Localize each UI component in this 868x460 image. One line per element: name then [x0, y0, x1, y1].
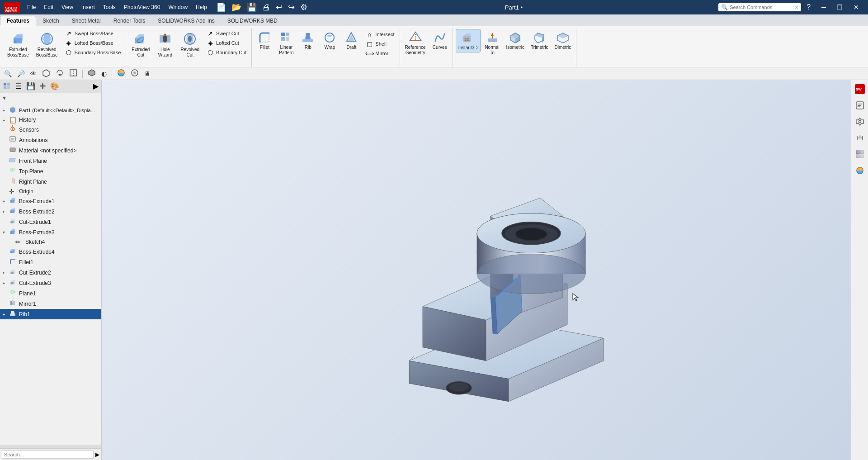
curves-button[interactable]: Curves [430, 29, 450, 52]
right-panel-property-btn[interactable] [853, 98, 867, 113]
right-panel-display-btn[interactable] [853, 147, 867, 161]
tree-item-mirror1[interactable]: Mirror1 [0, 299, 101, 309]
search-input[interactable] [730, 5, 793, 10]
left-panel-scrollbar[interactable] [0, 445, 101, 448]
config-manager-tab[interactable]: 💾 [24, 81, 37, 93]
save-button[interactable]: 💾 [245, 1, 259, 13]
tree-item-fillet1[interactable]: Fillet1 [0, 257, 101, 267]
tree-item-boss-extrude2[interactable]: ▸ Boss-Extrude2 [0, 206, 101, 217]
trimetric-button[interactable]: Trimetric [528, 29, 551, 52]
tree-item-top-plane[interactable]: Top Plane [0, 166, 101, 176]
revolved-boss-base-button[interactable]: RevolvedBoss/Base [33, 29, 61, 60]
maximize-button[interactable]: ❐ [831, 4, 848, 11]
dimetric-button[interactable]: Dimetric [552, 29, 574, 52]
minimize-button[interactable]: ─ [816, 4, 831, 11]
options-button[interactable]: ⚙ [298, 1, 309, 13]
zoom-button[interactable]: 🔎 [15, 69, 27, 78]
undo-button[interactable]: ↩ [274, 1, 284, 13]
print-button[interactable]: 🖨 [260, 2, 272, 13]
tree-item-cut-extrude2[interactable]: ▸ Cut-Extrude2 [0, 267, 101, 278]
extruded-cut-button[interactable]: ExtrudedCut [129, 29, 152, 60]
tab-sketch[interactable]: Sketch [36, 16, 66, 26]
tree-item-plane1[interactable]: Plane1 [0, 288, 101, 299]
tree-item-boss-extrude3[interactable]: ▾ Boss-Extrude3 [0, 227, 101, 237]
swept-cut-button[interactable]: ↗ Swept Cut [204, 29, 249, 38]
swept-boss-base-button[interactable]: ↗ Swept Boss/Base [62, 29, 123, 38]
dim-expert-tab[interactable]: ✛ [38, 81, 47, 93]
tree-item-annotations[interactable]: Annotations [0, 135, 101, 145]
menu-view[interactable]: View [58, 3, 77, 11]
right-panel-dimexpert-btn[interactable]: D [853, 131, 867, 145]
tree-expand-icon[interactable]: ▶ [95, 451, 99, 458]
menu-window[interactable]: Window [165, 3, 191, 11]
view-box-button[interactable] [40, 68, 52, 79]
instant3d-button[interactable]: 3D Instant3D [456, 29, 481, 52]
menu-file[interactable]: File [24, 3, 39, 11]
tab-mbd[interactable]: SOLIDWORKS MBD [221, 16, 284, 26]
help-icon[interactable]: ? [805, 2, 812, 12]
extruded-boss-base-button[interactable]: ExtrudedBoss/Base [5, 29, 32, 60]
zoom-to-fit-button[interactable]: 🔍 [2, 69, 14, 78]
new-button[interactable]: 📄 [214, 1, 228, 13]
view-settings-button[interactable]: 🖥 [142, 69, 153, 78]
tree-item-sensors[interactable]: Sensors [0, 124, 101, 135]
boundary-cut-button[interactable]: ⬡ Boundary Cut [204, 48, 249, 57]
view-orient-button[interactable]: 👁 [28, 69, 39, 78]
right-panel-config-btn[interactable] [853, 114, 867, 129]
tree-search-input[interactable] [2, 451, 94, 459]
curves-label: Curves [433, 45, 447, 50]
tree-item-material[interactable]: Material <not specified> [0, 145, 101, 156]
tree-item-sketch4[interactable]: ✏ Sketch4 [0, 237, 101, 247]
menu-photoview[interactable]: PhotoView 360 [120, 3, 164, 11]
filter-icon[interactable]: ▾ [3, 94, 6, 101]
expand-left-panel[interactable]: ▶ [91, 81, 100, 93]
shell-button[interactable]: ▢ Shell [363, 39, 396, 48]
rotate-view-button[interactable] [53, 68, 66, 79]
property-manager-tab[interactable]: ☰ [14, 81, 24, 93]
tree-item-boss-extrude4[interactable]: Boss-Extrude4 [0, 247, 101, 257]
tree-item-front-plane[interactable]: Front Plane [0, 156, 101, 166]
tab-features[interactable]: Features [0, 16, 36, 26]
tree-item-rib1[interactable]: ▸ Rib1 [0, 309, 101, 319]
menu-edit[interactable]: Edit [40, 3, 57, 11]
boundary-boss-base-button[interactable]: ⬡ Boundary Boss/Base [62, 48, 123, 57]
revolved-cut-button[interactable]: RevolvedCut [178, 29, 202, 60]
tree-item-origin[interactable]: ✛ Origin [0, 187, 101, 196]
redo-button[interactable]: ↪ [286, 1, 297, 13]
lofted-cut-button[interactable]: ◈ Lofted Cut [204, 38, 249, 47]
isometric-button[interactable]: Isometric [504, 29, 527, 52]
reference-geometry-button[interactable]: ReferenceGeometry [403, 29, 428, 57]
wrap-button[interactable]: Wrap [320, 29, 340, 52]
display-style-button[interactable] [85, 68, 98, 79]
right-panel-solidworks-btn[interactable]: SW [853, 82, 867, 96]
close-button[interactable]: ✕ [848, 4, 864, 11]
open-button[interactable]: 📂 [230, 1, 243, 13]
tree-root[interactable]: ▸ Part1 (Default<<Default>_Displa... [0, 105, 101, 115]
menu-insert[interactable]: Insert [78, 3, 99, 11]
appearance-button[interactable] [115, 68, 127, 79]
lofted-boss-base-button[interactable]: ◈ Lofted Boss/Base [62, 38, 123, 47]
tree-item-boss-extrude1[interactable]: ▸ Boss-Extrude1 [0, 196, 101, 206]
tree-item-cut-extrude1[interactable]: Cut-Extrude1 [0, 217, 101, 227]
rib-button[interactable]: Rib [298, 29, 318, 52]
tab-add-ins[interactable]: SOLIDWORKS Add-Ins [151, 16, 221, 26]
tree-item-history[interactable]: ▸ 📋 History [0, 115, 101, 124]
draft-button[interactable]: Draft [341, 29, 361, 52]
mirror-button[interactable]: ⟺ Mirror [363, 49, 396, 58]
tree-item-cut-extrude3[interactable]: ▸ Cut-Extrude3 [0, 278, 101, 288]
right-panel-appearance-btn[interactable] [853, 163, 867, 178]
linear-pattern-button[interactable]: LinearPattern [276, 29, 296, 57]
tree-item-right-plane[interactable]: Right Plane [0, 176, 101, 187]
hole-wizard-button[interactable]: HoleWizard [154, 29, 176, 60]
search-clear-icon[interactable]: ✕ [795, 5, 798, 10]
section-view-button[interactable] [67, 68, 80, 79]
scene-button[interactable] [128, 68, 141, 79]
display-pane-tab[interactable]: 🎨 [48, 81, 61, 93]
tab-render-tools[interactable]: Render Tools [107, 16, 152, 26]
viewport[interactable] [102, 80, 851, 460]
fillet-button[interactable]: Fillet [255, 29, 274, 52]
feature-manager-tab[interactable] [1, 81, 13, 93]
normal-to-button[interactable]: NormalTo [482, 29, 502, 57]
menu-help[interactable]: Help [192, 3, 211, 11]
intersect-button[interactable]: ∩ Intersect [363, 30, 396, 39]
